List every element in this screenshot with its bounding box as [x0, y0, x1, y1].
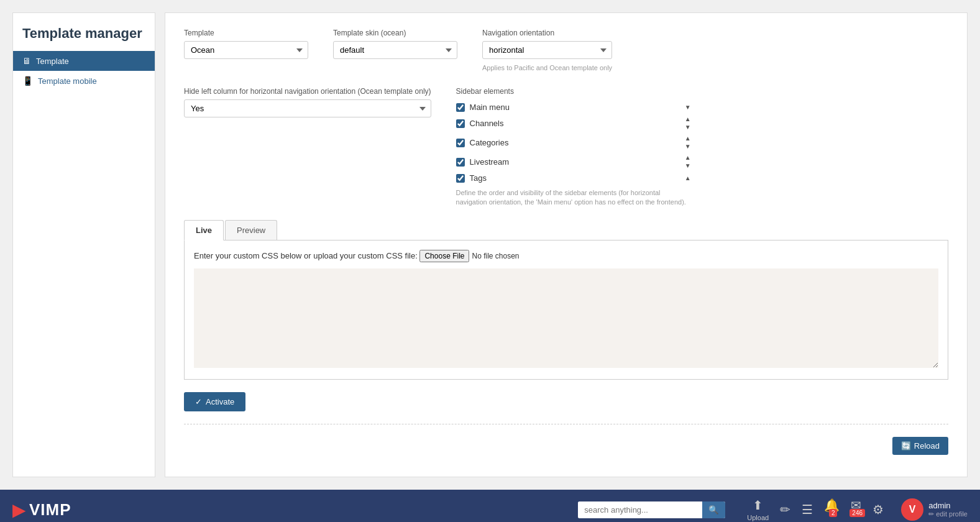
- search-input[interactable]: [578, 501, 702, 518]
- page-wrapper: Template manager 🖥 Template 📱 Template m…: [0, 0, 980, 522]
- admin-edit-link[interactable]: ✏ edit profile: [928, 510, 968, 518]
- bottom-actions: ⬆ Upload ✏ ☰ 🔔 2 ✉ 246 ⚙ V: [747, 498, 968, 522]
- gear-icon: ⚙: [872, 502, 884, 517]
- admin-section: V admin ✏ edit profile: [901, 498, 968, 521]
- nav-group: Navigation orientation horizontal vertic…: [482, 29, 612, 71]
- tags-label: Tags: [470, 173, 679, 183]
- channels-down-btn[interactable]: ▼: [684, 124, 692, 131]
- upload-action[interactable]: ⬆ Upload: [747, 498, 769, 521]
- hide-col-label: Hide left column for horizontal navigati…: [184, 87, 431, 96]
- sidebar-el-channels: Channels ▲ ▼: [456, 114, 692, 133]
- vimp-logo-icon: ▶: [12, 500, 26, 520]
- categories-up-btn[interactable]: ▲: [684, 135, 692, 142]
- css-tabs: Live Preview: [184, 220, 948, 240]
- categories-down-btn[interactable]: ▼: [684, 143, 692, 150]
- sidebar-item-mobile-label: Template mobile: [38, 76, 97, 86]
- css-upload-text: Enter your custom CSS below or upload yo…: [194, 251, 418, 260]
- edit-icon: ✏: [780, 502, 790, 517]
- search-bar: 🔍: [578, 501, 725, 518]
- reload-label: Reload: [914, 441, 940, 451]
- css-file-input[interactable]: [419, 250, 561, 262]
- notifications-badge: 2: [829, 509, 838, 517]
- livestream-up-btn[interactable]: ▲: [684, 154, 692, 162]
- sidebar-elements-section: Sidebar elements Main menu ▼ Channels: [456, 87, 692, 208]
- css-editor-container: Enter your custom CSS below or upload yo…: [184, 240, 948, 380]
- page-title: Template manager: [13, 19, 155, 51]
- channels-label: Channels: [470, 119, 679, 128]
- main-menu-checkbox[interactable]: [456, 103, 465, 112]
- nav-select[interactable]: horizontal vertical: [482, 41, 612, 59]
- main-menu-sort: ▼: [684, 104, 692, 111]
- mobile-icon: 📱: [22, 76, 33, 86]
- hide-col-select[interactable]: Yes No: [184, 99, 431, 117]
- main-menu-label: Main menu: [470, 103, 679, 112]
- content-area: Template Ocean Pacific Classic Template …: [165, 12, 968, 477]
- livestream-label: Livestream: [470, 157, 679, 167]
- reload-row: 🔄 Reload: [184, 437, 948, 461]
- channels-up-btn[interactable]: ▲: [684, 116, 692, 123]
- activate-button[interactable]: ✓ Activate: [184, 392, 245, 411]
- settings-action[interactable]: ⚙: [872, 502, 884, 517]
- sidebar-el-tags: Tags ▲: [456, 172, 692, 185]
- vimp-logo: ▶ VIMP: [12, 500, 71, 520]
- categories-label: Categories: [470, 138, 679, 147]
- messages-badge: 246: [849, 509, 865, 517]
- sidebar: Template manager 🖥 Template 📱 Template m…: [12, 12, 155, 477]
- checkmark-icon: ✓: [195, 397, 202, 406]
- search-button[interactable]: 🔍: [702, 501, 725, 518]
- admin-text: admin ✏ edit profile: [928, 501, 968, 518]
- sidebar-el-livestream: Livestream ▲ ▼: [456, 152, 692, 172]
- sidebar-elements-title: Sidebar elements: [456, 87, 692, 96]
- reload-icon: 🔄: [901, 441, 911, 451]
- sidebar-el-main-menu: Main menu ▼: [456, 101, 692, 114]
- skin-group: Template skin (ocean) default blue green: [333, 29, 457, 59]
- template-group: Template Ocean Pacific Classic: [184, 29, 308, 59]
- monitor-icon: 🖥: [22, 56, 31, 66]
- messages-action[interactable]: ✉ 246: [851, 498, 861, 522]
- sidebar-item-template-mobile[interactable]: 📱 Template mobile: [13, 71, 155, 91]
- vimp-logo-text: VIMP: [29, 500, 71, 520]
- css-textarea[interactable]: [194, 268, 938, 368]
- categories-checkbox[interactable]: [456, 139, 465, 147]
- template-select[interactable]: Ocean Pacific Classic: [184, 41, 308, 59]
- tags-sort: ▲: [684, 175, 692, 182]
- nav-hint: Applies to Pacific and Ocean template on…: [482, 64, 612, 71]
- main-menu-down-btn[interactable]: ▼: [684, 104, 692, 111]
- livestream-sort: ▲ ▼: [684, 154, 692, 170]
- form-row-2: Hide left column for horizontal navigati…: [184, 87, 948, 208]
- dotted-separator: [184, 424, 948, 424]
- main-content: Template manager 🖥 Template 📱 Template m…: [0, 0, 980, 490]
- admin-name: admin: [928, 501, 968, 510]
- upload-label: Upload: [747, 514, 769, 521]
- tags-checkbox[interactable]: [456, 174, 465, 183]
- tab-preview[interactable]: Preview: [225, 220, 277, 240]
- reload-button[interactable]: 🔄 Reload: [892, 437, 948, 455]
- livestream-down-btn[interactable]: ▼: [684, 162, 692, 170]
- sidebar-item-template[interactable]: 🖥 Template: [13, 51, 155, 71]
- categories-sort: ▲ ▼: [684, 135, 692, 150]
- edit-action[interactable]: ✏: [780, 502, 790, 517]
- css-upload-row: Enter your custom CSS below or upload yo…: [194, 250, 938, 262]
- channels-sort: ▲ ▼: [684, 116, 692, 131]
- list-action[interactable]: ☰: [802, 502, 813, 517]
- sidebar-item-template-label: Template: [36, 57, 69, 66]
- avatar: V: [901, 498, 923, 521]
- activate-label: Activate: [206, 397, 234, 406]
- livestream-checkbox[interactable]: [456, 158, 465, 167]
- hide-col-group: Hide left column for horizontal navigati…: [184, 87, 431, 117]
- sidebar-hint: Define the order and visibility of the s…: [456, 188, 692, 208]
- bottom-bar: ▶ VIMP 🔍 ⬆ Upload ✏ ☰ 🔔 2: [0, 490, 980, 522]
- form-row-1: Template Ocean Pacific Classic Template …: [184, 29, 948, 71]
- skin-select[interactable]: default blue green: [333, 41, 457, 59]
- nav-label: Navigation orientation: [482, 29, 612, 37]
- channels-checkbox[interactable]: [456, 119, 465, 128]
- tags-up-btn[interactable]: ▲: [684, 175, 692, 182]
- notifications-action[interactable]: 🔔 2: [824, 498, 840, 522]
- skin-label: Template skin (ocean): [333, 29, 457, 37]
- tab-live[interactable]: Live: [184, 220, 224, 240]
- sidebar-el-categories: Categories ▲ ▼: [456, 133, 692, 152]
- search-icon: 🔍: [708, 505, 719, 515]
- list-icon: ☰: [802, 502, 813, 517]
- upload-icon: ⬆: [753, 498, 763, 513]
- template-label: Template: [184, 29, 308, 37]
